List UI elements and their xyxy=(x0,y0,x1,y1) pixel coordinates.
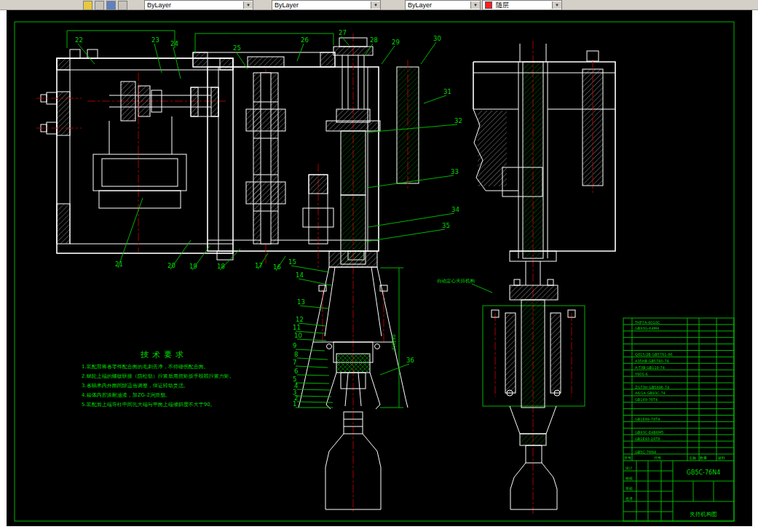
svg-text:30: 30 xyxy=(433,35,441,42)
svg-text:34: 34 xyxy=(451,206,459,213)
svg-text:29: 29 xyxy=(392,39,400,46)
svg-text:7: 7 xyxy=(293,359,296,366)
chevron-down-icon[interactable]: ▼ xyxy=(243,1,253,9)
svg-text:Y90S-6: Y90S-6 xyxy=(634,372,648,376)
svg-text:A6/1A GB93C-74: A6/1A GB93C-74 xyxy=(635,391,666,395)
svg-text:1: 1 xyxy=(293,400,296,408)
svg-text:20: 20 xyxy=(167,262,175,269)
make-block-icon[interactable] xyxy=(83,1,92,10)
chevron-down-icon[interactable]: ▼ xyxy=(470,1,480,9)
linetype-control-value: ByLayer xyxy=(272,1,371,9)
technical-requirements-title: 技术要求 xyxy=(141,350,187,360)
svg-text:ZG73H GB5896-74: ZG73H GB5896-74 xyxy=(635,385,669,389)
svg-text:25: 25 xyxy=(233,44,241,52)
svg-text:名称: 名称 xyxy=(689,456,696,460)
svg-text:GB93G-64M4: GB93G-64M4 xyxy=(635,326,659,330)
svg-text:数量: 数量 xyxy=(700,456,707,460)
svg-text:A35HB GB5780-74: A35HB GB5780-74 xyxy=(635,359,669,363)
svg-text:24: 24 xyxy=(170,40,178,47)
svg-text:批准: 批准 xyxy=(625,496,633,501)
plotstyle-color-value: 随层 xyxy=(494,1,552,9)
svg-text:A-T3B GB119-74: A-T3B GB119-74 xyxy=(635,365,665,370)
svg-text:审核: 审核 xyxy=(625,486,633,491)
layer-previous-icon[interactable] xyxy=(118,1,127,10)
svg-text:2.蜗轮上端的螺纹联接（防松动）拧紧后用扭矩扳手校核拧紧力矩: 2.蜗轮上端的螺纹联接（防松动）拧紧后用扭矩扳手校核拧紧力矩。 xyxy=(82,373,234,379)
svg-text:16: 16 xyxy=(273,263,281,271)
svg-text:设计: 设计 xyxy=(625,466,633,470)
plotstyle-color-combo[interactable]: 随层 ▼ xyxy=(482,0,562,10)
svg-text:4.箱体内腔涂耐油漆，加ZG-2润滑脂。: 4.箱体内腔涂耐油漆，加ZG-2润滑脂。 xyxy=(82,392,170,398)
layer-manager-icon[interactable] xyxy=(95,1,104,10)
linetype-control-combo[interactable]: ByLayer ▼ xyxy=(272,0,381,10)
svg-text:8: 8 xyxy=(294,351,298,358)
svg-text:9: 9 xyxy=(293,342,296,349)
svg-text:6: 6 xyxy=(294,368,298,375)
toolbar-icon-group xyxy=(83,1,127,9)
lineweight-control-value: ByLayer xyxy=(406,1,470,9)
svg-text:36: 36 xyxy=(406,357,414,364)
color-swatch xyxy=(485,1,492,9)
svg-text:GB1E93-28T8: GB1E93-28T8 xyxy=(635,437,660,441)
color-control-combo[interactable]: ByLayer ▼ xyxy=(144,0,253,10)
svg-text:26: 26 xyxy=(301,36,309,44)
drawing-title: 夹持机构图 xyxy=(690,511,717,517)
svg-text:15: 15 xyxy=(288,258,296,266)
svg-text:11: 11 xyxy=(293,324,301,331)
drawing-canvas[interactable]: 行程90 自动定心夹持机构 22232425262728293031323334… xyxy=(0,0,758,532)
svg-text:31: 31 xyxy=(443,88,451,95)
svg-text:材料: 材料 xyxy=(717,456,725,461)
svg-text:校核: 校核 xyxy=(625,476,633,480)
svg-text:21: 21 xyxy=(115,261,123,268)
svg-text:14: 14 xyxy=(296,271,304,279)
svg-text:10: 10 xyxy=(294,332,302,339)
layer-states-icon[interactable] xyxy=(106,1,116,10)
svg-text:序号: 序号 xyxy=(624,456,631,461)
stroke-dimension-label: 行程90 xyxy=(391,334,397,349)
svg-text:22: 22 xyxy=(75,36,83,44)
mechanism-note: 自动定心夹持机构 xyxy=(437,278,475,284)
svg-text:5.装配后上端导柱中间孔大端与平面上端倾斜度不大于90。: 5.装配后上端导柱中间孔大端与平面上端倾斜度不大于90。 xyxy=(82,402,216,408)
svg-text:1.装配前将各零件配合面的毛刺去净，不得碰伤配合面。: 1.装配前将各零件配合面的毛刺去净，不得碰伤配合面。 xyxy=(82,364,209,370)
svg-text:GB1E89-78T4: GB1E89-78T4 xyxy=(635,417,660,421)
model-space[interactable] xyxy=(7,9,752,526)
svg-text:33: 33 xyxy=(451,168,459,175)
chevron-down-icon[interactable]: ▼ xyxy=(371,1,380,9)
svg-text:35: 35 xyxy=(442,222,450,229)
chevron-down-icon[interactable]: ▼ xyxy=(552,1,561,9)
svg-text:12: 12 xyxy=(296,316,304,323)
svg-text:19: 19 xyxy=(189,263,197,270)
svg-text:Q815/2B GB5781-86: Q815/2B GB5781-86 xyxy=(635,352,673,357)
svg-text:18: 18 xyxy=(217,263,225,270)
drawing-code: GB5C-76N4 xyxy=(687,469,721,476)
svg-text:17: 17 xyxy=(255,262,263,269)
svg-text:27: 27 xyxy=(339,29,347,36)
svg-text:GB93C-E4B8M5: GB93C-E4B8M5 xyxy=(635,430,663,434)
color-control-value: ByLayer xyxy=(145,1,243,9)
properties-toolbar: ByLayer ▼ ByLayer ▼ ByLayer ▼ 随层 ▼ xyxy=(0,0,758,10)
svg-text:3.各轴承内外圈间隙适当调整，保证转动灵活。: 3.各轴承内外圈间隙适当调整，保证转动灵活。 xyxy=(82,383,189,389)
svg-text:32: 32 xyxy=(454,117,462,124)
svg-text:23: 23 xyxy=(151,36,159,44)
svg-text:THP7A-6010C: THP7A-6010C xyxy=(634,320,660,325)
svg-text:13: 13 xyxy=(297,298,305,306)
svg-text:28: 28 xyxy=(370,36,378,44)
svg-text:GB5C-76N4: GB5C-76N4 xyxy=(635,450,656,454)
svg-text:代号: 代号 xyxy=(654,456,661,460)
lineweight-control-combo[interactable]: ByLayer ▼ xyxy=(405,0,481,10)
svg-text:GB189-78T4: GB189-78T4 xyxy=(635,397,658,402)
